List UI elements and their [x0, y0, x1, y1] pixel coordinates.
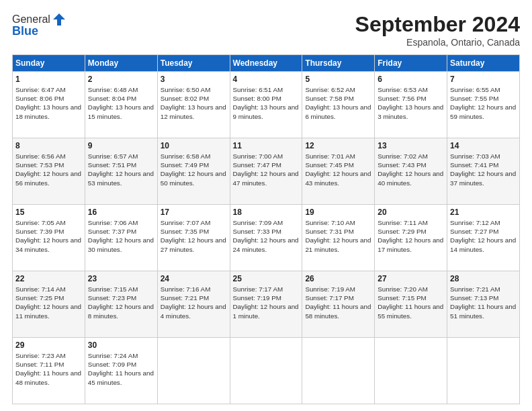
calendar-cell	[375, 338, 447, 404]
calendar-cell: 2 Sunrise: 6:48 AM Sunset: 8:04 PM Dayli…	[85, 72, 157, 138]
calendar-cell: 28 Sunrise: 7:21 AM Sunset: 7:13 PM Dayl…	[447, 271, 520, 338]
day-number: 12	[305, 141, 371, 150]
calendar-cell: 10 Sunrise: 6:58 AM Sunset: 7:49 PM Dayl…	[157, 138, 230, 205]
calendar-cell: 19 Sunrise: 7:10 AM Sunset: 7:31 PM Dayl…	[302, 205, 375, 271]
calendar-header-saturday: Saturday	[447, 55, 520, 72]
calendar-cell	[157, 338, 230, 404]
calendar-cell: 5 Sunrise: 6:52 AM Sunset: 7:58 PM Dayli…	[302, 72, 375, 138]
day-number: 19	[305, 208, 371, 217]
calendar-cell: 13 Sunrise: 7:02 AM Sunset: 7:43 PM Dayl…	[375, 138, 447, 205]
calendar-row-1: 1 Sunrise: 6:47 AM Sunset: 8:06 PM Dayli…	[13, 72, 520, 138]
day-number: 16	[88, 208, 154, 217]
calendar-cell: 17 Sunrise: 7:07 AM Sunset: 7:35 PM Dayl…	[157, 205, 230, 271]
calendar-cell: 18 Sunrise: 7:09 AM Sunset: 7:33 PM Dayl…	[230, 205, 302, 271]
day-info: Sunrise: 6:58 AM Sunset: 7:49 PM Dayligh…	[161, 152, 227, 187]
day-info: Sunrise: 7:14 AM Sunset: 7:25 PM Dayligh…	[15, 285, 82, 320]
day-info: Sunrise: 6:57 AM Sunset: 7:51 PM Dayligh…	[88, 152, 154, 187]
calendar-cell	[302, 338, 375, 404]
calendar-cell: 1 Sunrise: 6:47 AM Sunset: 8:06 PM Dayli…	[13, 72, 85, 138]
day-info: Sunrise: 7:01 AM Sunset: 7:45 PM Dayligh…	[305, 152, 371, 187]
calendar-header-row: SundayMondayTuesdayWednesdayThursdayFrid…	[13, 55, 520, 72]
day-number: 13	[378, 141, 444, 150]
day-info: Sunrise: 7:12 AM Sunset: 7:27 PM Dayligh…	[450, 218, 517, 254]
day-number: 6	[378, 75, 444, 84]
day-number: 23	[88, 274, 154, 283]
day-number: 20	[378, 208, 444, 217]
day-info: Sunrise: 6:51 AM Sunset: 8:00 PM Dayligh…	[233, 85, 300, 121]
day-number: 21	[450, 208, 517, 217]
day-info: Sunrise: 6:56 AM Sunset: 7:53 PM Dayligh…	[15, 152, 82, 187]
day-info: Sunrise: 7:09 AM Sunset: 7:33 PM Dayligh…	[233, 218, 300, 254]
day-number: 7	[450, 75, 517, 84]
day-number: 22	[15, 274, 82, 283]
day-number: 25	[233, 274, 300, 283]
calendar-cell: 23 Sunrise: 7:15 AM Sunset: 7:23 PM Dayl…	[85, 271, 157, 338]
day-number: 11	[233, 141, 300, 150]
day-number: 5	[305, 75, 371, 84]
day-info: Sunrise: 7:00 AM Sunset: 7:47 PM Dayligh…	[233, 152, 300, 187]
day-info: Sunrise: 7:06 AM Sunset: 7:37 PM Dayligh…	[88, 218, 154, 254]
calendar-cell: 3 Sunrise: 6:50 AM Sunset: 8:02 PM Dayli…	[157, 72, 230, 138]
calendar-cell: 9 Sunrise: 6:57 AM Sunset: 7:51 PM Dayli…	[85, 138, 157, 205]
calendar-cell: 21 Sunrise: 7:12 AM Sunset: 7:27 PM Dayl…	[447, 205, 520, 271]
calendar-cell: 16 Sunrise: 7:06 AM Sunset: 7:37 PM Dayl…	[85, 205, 157, 271]
day-info: Sunrise: 7:02 AM Sunset: 7:43 PM Dayligh…	[378, 152, 444, 187]
day-info: Sunrise: 7:23 AM Sunset: 7:11 PM Dayligh…	[15, 351, 82, 387]
calendar-cell: 29 Sunrise: 7:23 AM Sunset: 7:11 PM Dayl…	[13, 338, 85, 404]
day-info: Sunrise: 7:24 AM Sunset: 7:09 PM Dayligh…	[88, 351, 154, 387]
logo-icon	[52, 12, 66, 27]
day-number: 14	[450, 141, 517, 150]
calendar-cell: 12 Sunrise: 7:01 AM Sunset: 7:45 PM Dayl…	[302, 138, 375, 205]
day-number: 15	[15, 208, 82, 217]
svg-marker-0	[53, 13, 65, 26]
day-number: 30	[88, 340, 154, 350]
calendar-cell	[230, 338, 302, 404]
day-number: 4	[233, 75, 300, 84]
calendar-row-3: 15 Sunrise: 7:05 AM Sunset: 7:39 PM Dayl…	[13, 205, 520, 271]
calendar-cell: 4 Sunrise: 6:51 AM Sunset: 8:00 PM Dayli…	[230, 72, 302, 138]
day-info: Sunrise: 7:17 AM Sunset: 7:19 PM Dayligh…	[233, 285, 300, 320]
calendar: SundayMondayTuesdayWednesdayThursdayFrid…	[12, 54, 520, 404]
calendar-row-2: 8 Sunrise: 6:56 AM Sunset: 7:53 PM Dayli…	[13, 138, 520, 205]
calendar-header-sunday: Sunday	[13, 55, 85, 72]
day-info: Sunrise: 7:16 AM Sunset: 7:21 PM Dayligh…	[161, 285, 227, 320]
calendar-cell: 25 Sunrise: 7:17 AM Sunset: 7:19 PM Dayl…	[230, 271, 302, 338]
day-info: Sunrise: 6:47 AM Sunset: 8:06 PM Dayligh…	[15, 85, 82, 121]
day-number: 2	[88, 75, 154, 84]
calendar-header-monday: Monday	[85, 55, 157, 72]
day-number: 8	[15, 141, 82, 150]
calendar-cell: 7 Sunrise: 6:55 AM Sunset: 7:55 PM Dayli…	[447, 72, 520, 138]
day-number: 27	[378, 274, 444, 283]
calendar-cell: 26 Sunrise: 7:19 AM Sunset: 7:17 PM Dayl…	[302, 271, 375, 338]
day-number: 28	[450, 274, 517, 283]
calendar-cell: 14 Sunrise: 7:03 AM Sunset: 7:41 PM Dayl…	[447, 138, 520, 205]
day-number: 9	[88, 141, 154, 150]
day-number: 24	[161, 274, 227, 283]
calendar-cell: 15 Sunrise: 7:05 AM Sunset: 7:39 PM Dayl…	[13, 205, 85, 271]
day-number: 3	[161, 75, 227, 84]
day-info: Sunrise: 7:10 AM Sunset: 7:31 PM Dayligh…	[305, 218, 371, 254]
day-info: Sunrise: 7:03 AM Sunset: 7:41 PM Dayligh…	[450, 152, 517, 187]
day-info: Sunrise: 7:19 AM Sunset: 7:17 PM Dayligh…	[305, 285, 371, 320]
location-title: Espanola, Ontario, Canada	[355, 37, 520, 48]
day-number: 10	[161, 141, 227, 150]
day-number: 17	[161, 208, 227, 217]
day-info: Sunrise: 6:52 AM Sunset: 7:58 PM Dayligh…	[305, 85, 371, 121]
day-number: 29	[15, 340, 82, 350]
title-area: September 2024 Espanola, Ontario, Canada	[355, 12, 520, 48]
day-info: Sunrise: 7:05 AM Sunset: 7:39 PM Dayligh…	[15, 218, 82, 254]
calendar-cell: 11 Sunrise: 7:00 AM Sunset: 7:47 PM Dayl…	[230, 138, 302, 205]
day-number: 26	[305, 274, 371, 283]
calendar-header-friday: Friday	[375, 55, 447, 72]
month-title: September 2024	[355, 12, 520, 37]
day-info: Sunrise: 7:11 AM Sunset: 7:29 PM Dayligh…	[378, 218, 444, 254]
day-info: Sunrise: 6:55 AM Sunset: 7:55 PM Dayligh…	[450, 85, 517, 121]
day-info: Sunrise: 7:07 AM Sunset: 7:35 PM Dayligh…	[161, 218, 227, 254]
calendar-cell: 22 Sunrise: 7:14 AM Sunset: 7:25 PM Dayl…	[13, 271, 85, 338]
day-info: Sunrise: 6:53 AM Sunset: 7:56 PM Dayligh…	[378, 85, 444, 121]
logo: General Blue	[12, 12, 66, 38]
calendar-cell	[447, 338, 520, 404]
day-info: Sunrise: 7:20 AM Sunset: 7:15 PM Dayligh…	[378, 285, 444, 320]
calendar-header-wednesday: Wednesday	[230, 55, 302, 72]
day-info: Sunrise: 7:21 AM Sunset: 7:13 PM Dayligh…	[450, 285, 517, 320]
